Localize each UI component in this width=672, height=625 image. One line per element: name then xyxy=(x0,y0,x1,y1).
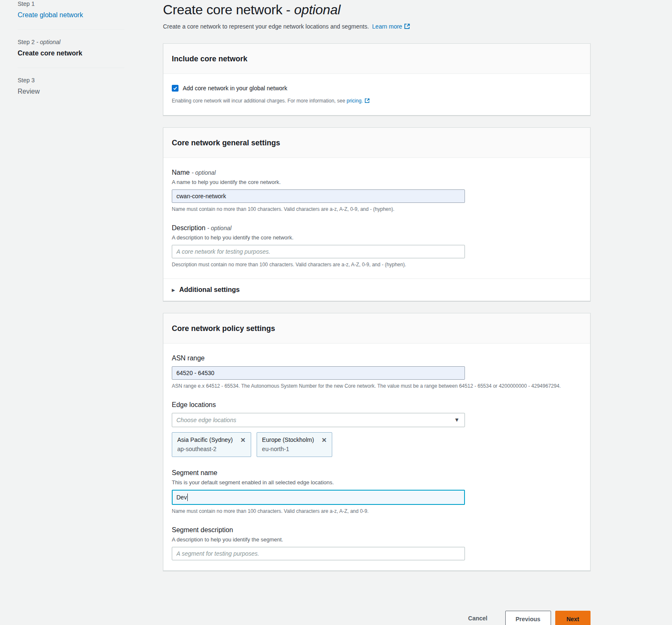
page-title: Create core network - optional xyxy=(163,1,591,18)
edge-location-token-stockholm: Europe (Stockholm) ✕ eu-north-1 xyxy=(257,432,332,457)
asn-range-field-group: ASN range ASN range e.x 64512 - 65534. T… xyxy=(172,354,582,390)
checkbox-helper-text: Enabling core network will incur additio… xyxy=(172,97,582,105)
name-input[interactable] xyxy=(172,189,465,203)
edge-location-tokens: Asia Pacific (Sydney) ✕ ap-southeast-2 E… xyxy=(172,432,582,457)
cancel-button[interactable]: Cancel xyxy=(468,611,488,625)
description-field-label: Description - optional xyxy=(172,224,582,232)
checkbox-label: Add core network in your global network xyxy=(183,84,287,92)
chevron-down-icon[interactable]: ▼ xyxy=(454,417,459,423)
name-field-constraint: Name must contain no more than 100 chara… xyxy=(172,206,567,213)
description-field-constraint: Description must contain no more than 10… xyxy=(172,261,567,268)
segment-description-field-group: Segment description A description to hel… xyxy=(172,526,582,560)
page-subtitle-text: Create a core network to represent your … xyxy=(163,23,369,30)
expander-arrow-icon: ▶ xyxy=(172,288,175,292)
panel-title: Core network policy settings xyxy=(172,324,582,333)
panel-body: ASN range ASN range e.x 64512 - 65534. T… xyxy=(163,344,590,570)
segment-name-input[interactable]: Dev xyxy=(172,490,465,505)
page-title-optional: optional xyxy=(294,2,341,17)
add-core-network-checkbox-row[interactable]: Add core network in your global network xyxy=(172,84,582,92)
dismiss-token-icon[interactable]: ✕ xyxy=(322,437,327,443)
edge-locations-select[interactable]: Choose edge locations ▼ xyxy=(172,413,465,427)
segment-name-label: Segment name xyxy=(172,469,582,477)
external-link-icon xyxy=(404,23,410,32)
step-number-label: Step 1 xyxy=(18,0,124,8)
text-cursor xyxy=(187,494,188,501)
name-field-group: Name - optional A name to help you ident… xyxy=(172,168,582,213)
page-title-text: Create core network - xyxy=(163,2,290,17)
wizard-footer-actions: Cancel Previous Next xyxy=(163,611,591,625)
panel-header: Core network policy settings xyxy=(163,313,590,344)
panel-title: Core network general settings xyxy=(172,138,582,147)
segment-description-label: Segment description xyxy=(172,526,582,534)
description-field-group: Description - optional A description to … xyxy=(172,224,582,268)
learn-more-label: Learn more xyxy=(372,23,402,30)
segment-name-constraint: Name must contain no more than 100 chara… xyxy=(172,508,567,515)
optional-tag: - optional xyxy=(207,225,231,231)
name-field-label: Name - optional xyxy=(172,168,582,177)
optional-tag: - optional xyxy=(192,169,216,176)
checkbox-checked-icon[interactable] xyxy=(172,85,178,92)
sidebar-divider xyxy=(18,68,124,68)
panel-header: Core network general settings xyxy=(163,128,590,158)
general-settings-panel: Core network general settings Name - opt… xyxy=(163,127,591,301)
learn-more-link[interactable]: Learn more xyxy=(372,23,410,30)
wizard-step-3: Step 3 Review xyxy=(18,76,124,96)
asn-range-label: ASN range xyxy=(172,354,582,362)
additional-settings-label: Additional settings xyxy=(179,286,240,294)
additional-settings-expander[interactable]: ▶ Additional settings xyxy=(163,278,590,301)
step-number-label: Step 2 - optional xyxy=(18,38,124,46)
segment-name-field-group: Segment name This is your default segmen… xyxy=(172,469,582,515)
dismiss-token-icon[interactable]: ✕ xyxy=(240,437,246,443)
panel-title: Include core network xyxy=(172,54,582,63)
include-core-network-panel: Include core network Add core network in… xyxy=(163,43,591,116)
policy-settings-panel: Core network policy settings ASN range A… xyxy=(163,313,591,571)
token-label: Asia Pacific (Sydney) xyxy=(177,436,233,444)
wizard-step-1: Step 1 Create global network xyxy=(18,0,124,19)
segment-description-description: A description to help you identify the s… xyxy=(172,536,582,543)
wizard-step-2: Step 2 - optional Create core network xyxy=(18,38,124,58)
select-placeholder: Choose edge locations xyxy=(176,417,236,423)
segment-name-value: Dev xyxy=(176,494,187,501)
pricing-link[interactable]: pricing. xyxy=(346,98,370,104)
wizard-steps-nav: Step 1 Create global network Step 2 - op… xyxy=(18,0,124,96)
previous-button[interactable]: Previous xyxy=(505,611,551,625)
token-region-code: ap-southeast-2 xyxy=(177,445,246,453)
sidebar-step-create-global-network[interactable]: Create global network xyxy=(18,11,83,19)
next-button[interactable]: Next xyxy=(555,611,591,625)
asn-range-input[interactable] xyxy=(172,366,465,380)
segment-name-description: This is your default segment enabled in … xyxy=(172,479,582,486)
external-link-icon xyxy=(365,98,370,105)
panel-body: Name - optional A name to help you ident… xyxy=(163,158,590,278)
panel-body: Add core network in your global network … xyxy=(163,74,590,115)
helper-text: Enabling core network will incur additio… xyxy=(172,98,345,104)
step-number-label: Step 3 xyxy=(18,76,124,84)
step-optional-tag: - optional xyxy=(36,39,60,45)
description-input[interactable] xyxy=(172,245,465,258)
pricing-link-label: pricing. xyxy=(346,98,363,104)
name-field-description: A name to help you identify the core net… xyxy=(172,179,582,186)
segment-description-input[interactable] xyxy=(172,547,465,560)
edge-locations-field-group: Edge locations Choose edge locations ▼ A… xyxy=(172,401,582,457)
description-field-description: A description to help you identify the c… xyxy=(172,234,582,241)
wizard-content: Create core network - optional Create a … xyxy=(163,0,591,571)
token-region-code: eu-north-1 xyxy=(262,445,327,453)
panel-header: Include core network xyxy=(163,44,590,74)
edge-location-token-sydney: Asia Pacific (Sydney) ✕ ap-southeast-2 xyxy=(172,432,251,457)
label-text: Description xyxy=(172,224,205,231)
edge-locations-label: Edge locations xyxy=(172,401,582,409)
asn-range-constraint: ASN range e.x 64512 - 65534. The Autonom… xyxy=(172,383,567,390)
token-label: Europe (Stockholm) xyxy=(262,436,314,444)
label-text: Name xyxy=(172,169,190,176)
sidebar-divider xyxy=(18,29,124,30)
sidebar-step-create-core-network: Create core network xyxy=(18,49,124,58)
step-number: Step 2 xyxy=(18,39,34,45)
sidebar-step-review: Review xyxy=(18,87,124,96)
page-subtitle: Create a core network to represent your … xyxy=(163,22,591,32)
